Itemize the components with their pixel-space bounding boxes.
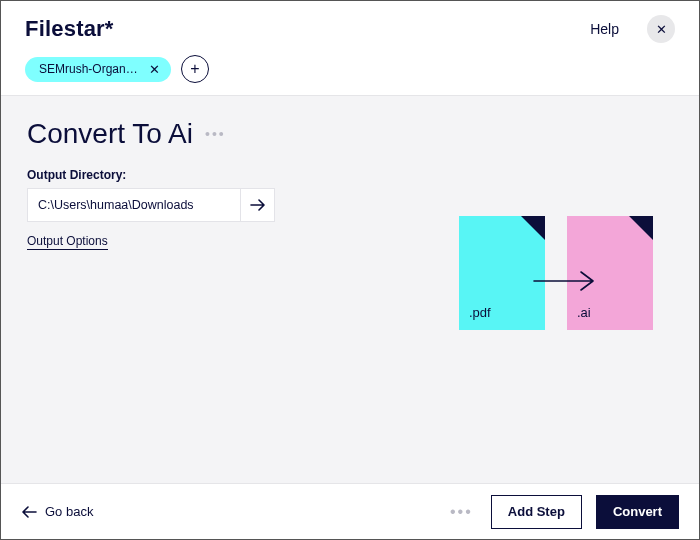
conversion-illustration: .pdf .ai (459, 216, 653, 330)
convert-button[interactable]: Convert (596, 495, 679, 529)
target-ext-label: .ai (577, 305, 591, 320)
output-dir-label: Output Directory: (27, 168, 673, 182)
add-file-button[interactable]: + (181, 55, 209, 83)
main-panel: Convert To Ai ••• Output Directory: C:\U… (1, 96, 699, 483)
app-window: Filestar* Help ✕ SEMrush-Organic… ✕ + Co… (0, 0, 700, 540)
source-ext-label: .pdf (469, 305, 491, 320)
go-back-label: Go back (45, 504, 93, 519)
app-logo: Filestar* (25, 16, 114, 42)
header: Filestar* Help ✕ SEMrush-Organic… ✕ + (1, 1, 699, 96)
output-dir-open-button[interactable] (241, 188, 275, 222)
arrow-left-icon (21, 506, 37, 518)
output-options-link[interactable]: Output Options (27, 234, 108, 250)
file-chip[interactable]: SEMrush-Organic… ✕ (25, 57, 171, 82)
add-step-button[interactable]: Add Step (491, 495, 582, 529)
close-icon: ✕ (656, 22, 667, 37)
go-back-button[interactable]: Go back (21, 504, 93, 519)
file-chip-label: SEMrush-Organic… (39, 62, 139, 76)
header-top: Filestar* Help ✕ (25, 15, 675, 43)
output-dir-value: C:\Users\humaa\Downloads (38, 198, 194, 212)
remove-file-icon[interactable]: ✕ (147, 62, 161, 77)
arrow-right-icon (250, 198, 266, 212)
footer: Go back ••• Add Step Convert (1, 483, 699, 539)
title-more-icon[interactable]: ••• (205, 126, 226, 142)
file-chip-row: SEMrush-Organic… ✕ + (25, 55, 675, 83)
arrow-right-large-icon (533, 270, 599, 292)
footer-more-icon[interactable]: ••• (450, 503, 473, 521)
output-dir-input[interactable]: C:\Users\humaa\Downloads (27, 188, 241, 222)
page-title-row: Convert To Ai ••• (27, 118, 673, 150)
close-button[interactable]: ✕ (647, 15, 675, 43)
help-link[interactable]: Help (590, 21, 619, 37)
plus-icon: + (190, 61, 199, 77)
page-title: Convert To Ai (27, 118, 193, 150)
